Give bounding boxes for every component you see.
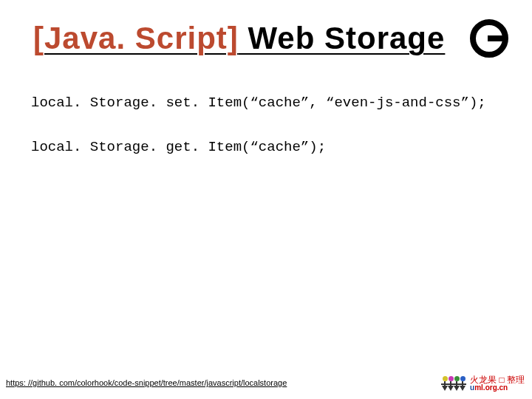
uml-stick-figures-icon xyxy=(442,376,466,391)
slide-title: [Java. Script] Web Storage xyxy=(33,21,445,56)
top-right-logo-icon xyxy=(470,19,508,61)
title-rest: Web Storage xyxy=(239,21,446,55)
code-line-1: local. Storage. set. Item(“cache”, “even… xyxy=(31,95,486,111)
footer-brand-text: 火龙果 □ 整理 uml.org.cn xyxy=(470,375,525,392)
svg-rect-1 xyxy=(488,35,507,41)
brand-url: uml.org.cn xyxy=(470,384,525,392)
code-line-2: local. Storage. get. Item(“cache”); xyxy=(31,139,326,155)
footer-brand: 火龙果 □ 整理 uml.org.cn xyxy=(442,375,525,392)
title-bracket: [Java. Script] xyxy=(33,21,239,55)
footer-source-link[interactable]: https: //github. com/colorhook/code-snip… xyxy=(6,378,287,387)
